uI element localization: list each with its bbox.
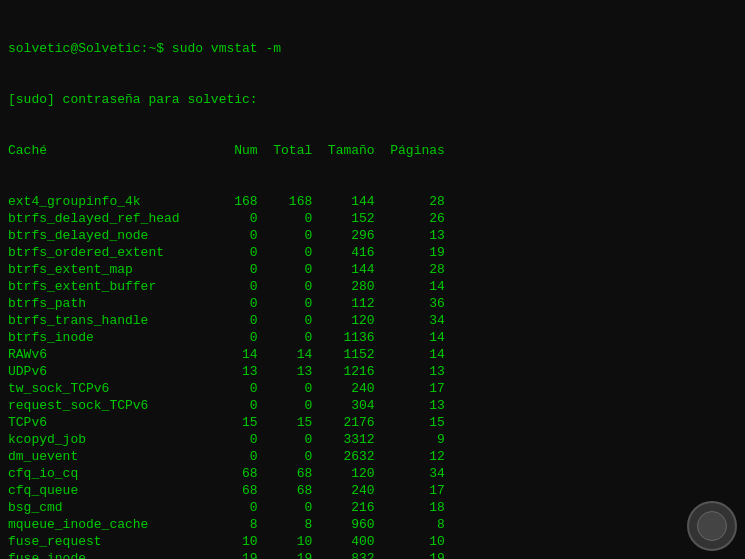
column-header: Caché Num Total Tamaño Páginas — [8, 142, 737, 159]
table-row: btrfs_extent_buffer 0 0 280 14 — [8, 278, 737, 295]
table-row: fuse_request 10 10 400 10 — [8, 533, 737, 550]
prompt-line: solvetic@Solvetic:~$ sudo vmstat -m — [8, 40, 737, 57]
sudo-prompt-line: [sudo] contraseña para solvetic: — [8, 91, 737, 108]
table-row: kcopyd_job 0 0 3312 9 — [8, 431, 737, 448]
table-row: cfq_io_cq 68 68 120 34 — [8, 465, 737, 482]
table-row: fuse_inode 19 19 832 19 — [8, 550, 737, 559]
watermark-inner — [697, 511, 727, 541]
table-row: UDPv6 13 13 1216 13 — [8, 363, 737, 380]
data-rows-container: ext4_groupinfo_4k 168 168 144 28btrfs_de… — [8, 193, 737, 559]
terminal-content: solvetic@Solvetic:~$ sudo vmstat -m [sud… — [8, 6, 737, 559]
table-row: RAWv6 14 14 1152 14 — [8, 346, 737, 363]
table-row: ext4_groupinfo_4k 168 168 144 28 — [8, 193, 737, 210]
table-row: TCPv6 15 15 2176 15 — [8, 414, 737, 431]
table-row: bsg_cmd 0 0 216 18 — [8, 499, 737, 516]
table-row: btrfs_inode 0 0 1136 14 — [8, 329, 737, 346]
table-row: request_sock_TCPv6 0 0 304 13 — [8, 397, 737, 414]
table-row: btrfs_trans_handle 0 0 120 34 — [8, 312, 737, 329]
terminal-window: solvetic@Solvetic:~$ sudo vmstat -m [sud… — [0, 0, 745, 559]
table-row: btrfs_path 0 0 112 36 — [8, 295, 737, 312]
watermark-logo — [687, 501, 737, 551]
table-row: tw_sock_TCPv6 0 0 240 17 — [8, 380, 737, 397]
table-row: btrfs_delayed_node 0 0 296 13 — [8, 227, 737, 244]
table-row: cfq_queue 68 68 240 17 — [8, 482, 737, 499]
table-row: btrfs_extent_map 0 0 144 28 — [8, 261, 737, 278]
table-row: btrfs_delayed_ref_head 0 0 152 26 — [8, 210, 737, 227]
table-row: dm_uevent 0 0 2632 12 — [8, 448, 737, 465]
table-row: mqueue_inode_cache 8 8 960 8 — [8, 516, 737, 533]
table-row: btrfs_ordered_extent 0 0 416 19 — [8, 244, 737, 261]
